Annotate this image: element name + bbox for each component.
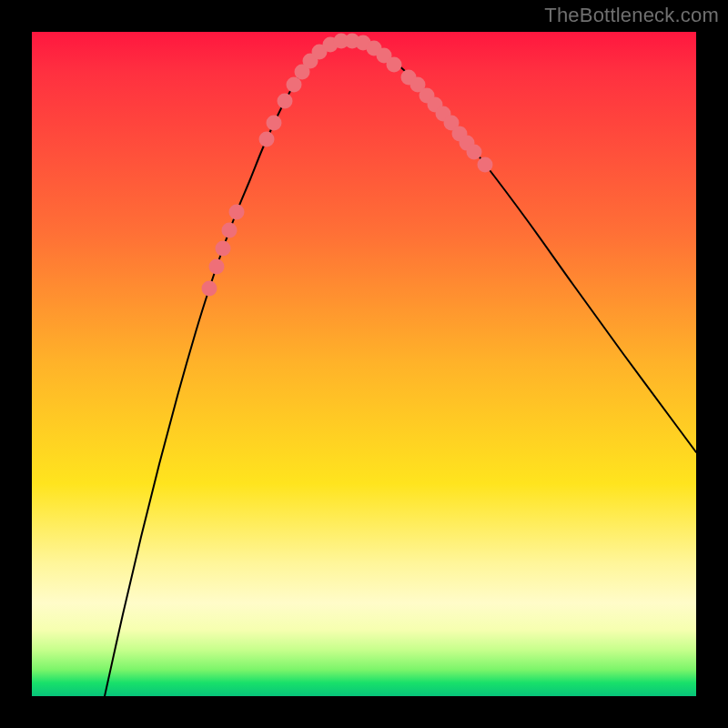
bottleneck-curve	[105, 41, 696, 696]
watermark-label: TheBottleneck.com	[544, 4, 719, 27]
marker-dot	[229, 205, 245, 220]
marker-dot	[467, 145, 482, 160]
plot-area	[32, 32, 696, 696]
marker-dot	[202, 281, 217, 297]
marker-dot	[209, 259, 225, 275]
marker-dot	[287, 77, 302, 93]
marker-dot	[278, 94, 293, 109]
marker-dot	[222, 223, 238, 238]
marker-dot	[216, 241, 231, 257]
chart-frame: TheBottleneck.com	[0, 0, 728, 728]
highlight-markers	[202, 34, 493, 297]
marker-dot	[478, 157, 493, 173]
marker-dot	[259, 132, 275, 147]
marker-dot	[387, 57, 402, 73]
curve-svg	[32, 32, 696, 696]
marker-dot	[267, 116, 282, 131]
